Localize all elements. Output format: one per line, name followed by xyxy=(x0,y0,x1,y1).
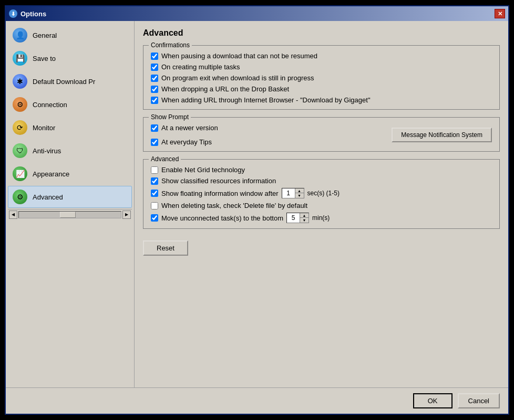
confirmation-row-1: On creating multiple tasks xyxy=(151,63,492,71)
sidebar-label-connection: Connection xyxy=(33,101,67,109)
sidebar: 👤General💾Save to✱Default Download Pr⚙Con… xyxy=(6,21,135,387)
spinbox-up-2[interactable]: ▲ xyxy=(295,188,304,193)
sidebar-label-saveto: Save to xyxy=(33,55,56,62)
sidebar-label-defaultdownload: Default Download Pr xyxy=(33,78,95,86)
prompt-checkbox-1[interactable] xyxy=(151,139,158,146)
unit-label-4: min(s) xyxy=(312,214,330,222)
close-button[interactable]: ✕ xyxy=(495,9,505,18)
sidebar-item-monitor[interactable]: ⟳Monitor xyxy=(8,117,132,139)
confirmations-group: Confirmations When pausing a download th… xyxy=(143,45,500,110)
scroll-track[interactable] xyxy=(18,211,121,218)
sidebar-item-defaultdownload[interactable]: ✱Default Download Pr xyxy=(8,70,132,92)
confirmation-label-4: When adding URL through Internet Browser… xyxy=(161,96,371,104)
spinbox-2: ▲ ▼ xyxy=(282,188,304,198)
spinbox-down-4[interactable]: ▼ xyxy=(300,218,309,223)
spinbox-arrows-2: ▲ ▼ xyxy=(295,188,304,198)
sidebar-item-general[interactable]: 👤General xyxy=(8,24,132,46)
confirmation-checkbox-3[interactable] xyxy=(151,86,158,93)
spinbox-up-4[interactable]: ▲ xyxy=(300,213,309,218)
monitor-icon: ⟳ xyxy=(13,120,27,135)
sidebar-item-saveto[interactable]: 💾Save to xyxy=(8,47,132,69)
confirmation-row-2: On program exit when download is still i… xyxy=(151,74,492,82)
show-prompt-body: At a newer versionAt everyday Tips Messa… xyxy=(151,124,492,146)
confirmation-label-1: On creating multiple tasks xyxy=(161,63,240,71)
antivirus-icon: 🛡 xyxy=(13,143,27,158)
general-icon: 👤 xyxy=(13,28,27,43)
advanced-row-1: Show classified resources information xyxy=(151,177,492,185)
sidebar-scrollbar: ◀ ▶ xyxy=(8,209,132,219)
advanced-checkbox-0[interactable] xyxy=(151,166,158,174)
spinbox-down-2[interactable]: ▼ xyxy=(295,193,304,198)
confirmation-row-4: When adding URL through Internet Browser… xyxy=(151,96,492,104)
advanced-label-4: Move unconnected task(s) to the bottom xyxy=(161,214,283,222)
advanced-row-0: Enable Net Grid technology xyxy=(151,166,492,174)
advanced-label-3: When deleting task, check 'Delete file' … xyxy=(161,202,307,209)
dialog-title: Options xyxy=(20,10,495,18)
advanced-label-0: Enable Net Grid technology xyxy=(161,166,245,174)
main-content: Advanced Confirmations When pausing a do… xyxy=(135,21,508,387)
advanced-row-4: Move unconnected task(s) to the bottom ▲… xyxy=(151,213,492,223)
page-title: Advanced xyxy=(143,28,500,38)
spinbox-4: ▲ ▼ xyxy=(286,213,309,223)
sidebar-label-general: General xyxy=(33,32,57,39)
confirmation-label-0: When pausing a download that can not be … xyxy=(161,52,317,60)
confirmation-label-3: When dropping a URL on the Drop Basket xyxy=(161,85,289,93)
confirmation-checkbox-4[interactable] xyxy=(151,97,158,104)
show-prompt-title: Show Prompt xyxy=(149,113,191,121)
confirmation-checkbox-1[interactable] xyxy=(151,64,158,71)
saveto-icon: 💾 xyxy=(13,51,27,66)
advanced-checkbox-2[interactable] xyxy=(151,190,158,197)
scroll-left-arrow[interactable]: ◀ xyxy=(9,211,17,219)
spinbox-value-4[interactable] xyxy=(287,213,300,223)
confirmation-label-2: On program exit when download is still i… xyxy=(161,74,314,82)
connection-icon: ⚙ xyxy=(13,97,27,112)
confirmation-row-0: When pausing a download that can not be … xyxy=(151,52,492,60)
advanced-label-2: Show floating information window after xyxy=(161,190,279,197)
advanced-group-title: Advanced xyxy=(149,155,181,163)
show-prompt-group: Show Prompt At a newer versionAt everyda… xyxy=(143,117,500,152)
sidebar-label-antivirus: Anti-virus xyxy=(33,147,61,155)
sidebar-item-appearance[interactable]: 📈Appearance xyxy=(8,163,132,185)
advanced-row-2: Show floating information window after ▲… xyxy=(151,188,492,198)
confirmation-checkbox-2[interactable] xyxy=(151,75,158,82)
prompt-label-0: At a newer version xyxy=(161,124,218,132)
advanced-checkbox-1[interactable] xyxy=(151,177,158,185)
scroll-thumb[interactable] xyxy=(60,212,76,218)
sidebar-label-advanced: Advanced xyxy=(33,193,63,201)
sidebar-label-monitor: Monitor xyxy=(33,124,55,132)
reset-button[interactable]: Reset xyxy=(143,240,188,256)
spinbox-value-2[interactable] xyxy=(282,188,295,198)
confirmation-row-3: When dropping a URL on the Drop Basket xyxy=(151,85,492,93)
advanced-row-3: When deleting task, check 'Delete file' … xyxy=(151,202,492,209)
cancel-button[interactable]: Cancel xyxy=(458,393,500,408)
prompt-label-1: At everyday Tips xyxy=(161,138,212,146)
title-bar: ⬇ Options ✕ xyxy=(6,6,508,21)
app-icon: ⬇ xyxy=(9,9,17,18)
scroll-right-arrow[interactable]: ▶ xyxy=(122,211,131,219)
appearance-icon: 📈 xyxy=(13,166,27,181)
footer-bar: OK Cancel xyxy=(6,387,508,414)
defaultdownload-icon: ✱ xyxy=(13,74,27,89)
confirmations-title: Confirmations xyxy=(149,41,192,49)
advanced-icon: ⚙ xyxy=(13,190,27,204)
prompt-row-0: At a newer version xyxy=(151,124,385,132)
advanced-checkbox-3[interactable] xyxy=(151,202,158,209)
advanced-label-1: Show classified resources information xyxy=(161,177,276,185)
options-dialog: ⬇ Options ✕ 👤General💾Save to✱Default Dow… xyxy=(5,5,509,415)
sidebar-label-appearance: Appearance xyxy=(33,170,69,178)
dialog-body: 👤General💾Save to✱Default Download Pr⚙Con… xyxy=(6,21,508,387)
prompt-checkbox-0[interactable] xyxy=(151,124,158,132)
ok-button[interactable]: OK xyxy=(413,393,453,408)
show-prompt-checks: At a newer versionAt everyday Tips xyxy=(151,124,385,146)
sidebar-item-antivirus[interactable]: 🛡Anti-virus xyxy=(8,140,132,162)
confirmation-checkbox-0[interactable] xyxy=(151,52,158,60)
spinbox-arrows-4: ▲ ▼ xyxy=(300,213,309,223)
advanced-group: Advanced Enable Net Grid technologyShow … xyxy=(143,159,500,229)
sidebar-item-advanced[interactable]: ⚙Advanced xyxy=(8,186,132,208)
prompt-row-1: At everyday Tips xyxy=(151,138,385,146)
unit-label-2: sec(s) (1-5) xyxy=(307,190,340,197)
sidebar-item-connection[interactable]: ⚙Connection xyxy=(8,93,132,116)
message-notification-button[interactable]: Message Notification System xyxy=(392,128,492,142)
advanced-checkbox-4[interactable] xyxy=(151,214,158,222)
